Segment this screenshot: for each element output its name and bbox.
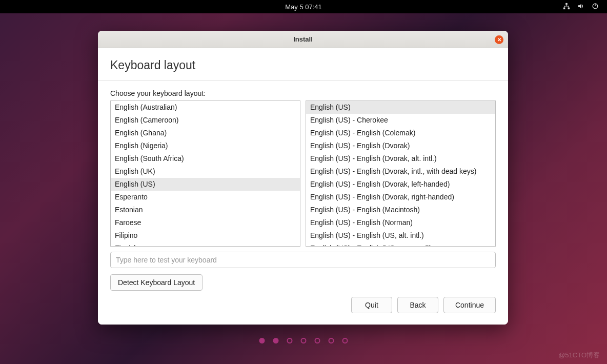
variant-item[interactable]: English (US) - English (Dvorak, intl., w… [306, 165, 495, 178]
system-tray [563, 3, 599, 11]
progress-dot [273, 338, 279, 343]
layout-item[interactable]: English (South Africa) [111, 152, 300, 165]
layout-item[interactable]: Esperanto [111, 191, 300, 204]
variant-item[interactable]: English (US) - English (US, alt. intl.) [306, 229, 495, 242]
variant-item[interactable]: English (US) [306, 101, 495, 114]
layout-item[interactable]: Finnish [111, 242, 300, 247]
progress-dot [287, 338, 293, 343]
variant-item[interactable]: English (US) - English (Dvorak) [306, 139, 495, 152]
back-button[interactable]: Back [397, 297, 438, 313]
svg-rect-0 [565, 3, 568, 5]
layout-item[interactable]: English (Ghana) [111, 127, 300, 139]
detect-keyboard-button[interactable]: Detect Keyboard Layout [110, 274, 203, 291]
variant-item[interactable]: English (US) - English (Dvorak, right-ha… [306, 191, 495, 204]
layout-lists: English (Australian)English (Cameroon)En… [98, 100, 508, 247]
quit-button[interactable]: Quit [351, 297, 392, 313]
watermark: @51CTO博客 [558, 351, 600, 360]
close-button[interactable]: ✕ [495, 35, 503, 44]
layout-item[interactable]: English (UK) [111, 165, 300, 178]
variant-item[interactable]: English (US) - English (Dvorak, left-han… [306, 178, 495, 191]
install-window: Install ✕ Keyboard layout Choose your ke… [98, 31, 508, 325]
variant-item[interactable]: English (US) - English (Norman) [306, 216, 495, 229]
layout-item[interactable]: English (US) [111, 178, 300, 191]
variant-item[interactable]: English (US) - English (Macintosh) [306, 204, 495, 216]
svg-rect-2 [568, 7, 570, 9]
continue-button[interactable]: Continue [443, 297, 496, 313]
window-title: Install [293, 35, 313, 43]
variant-list[interactable]: English (US)English (US) - CherokeeEngli… [306, 100, 496, 247]
layout-item[interactable]: Filipino [111, 229, 300, 242]
svg-rect-1 [563, 7, 565, 9]
volume-icon[interactable] [577, 3, 584, 11]
network-icon[interactable] [563, 3, 570, 11]
variant-item[interactable]: English (US) - Cherokee [306, 114, 495, 127]
installer-content: Keyboard layout Choose your keyboard lay… [98, 48, 508, 325]
progress-dot [301, 338, 307, 343]
power-icon[interactable] [592, 3, 599, 11]
progress-dot [259, 338, 265, 343]
choose-label: Choose your keyboard layout: [98, 81, 508, 100]
top-bar: May 5 07:41 [0, 0, 607, 13]
variant-item[interactable]: English (US) - English (Colemak) [306, 127, 495, 139]
progress-dot [315, 338, 320, 343]
layout-item[interactable]: English (Cameroon) [111, 114, 300, 127]
layout-item[interactable]: English (Australian) [111, 101, 300, 114]
navigation-buttons: Quit Back Continue [98, 297, 508, 325]
keyboard-test-input[interactable] [110, 252, 496, 268]
clock-text: May 5 07:41 [285, 3, 322, 11]
layout-item[interactable]: Estonian [111, 204, 300, 216]
window-titlebar[interactable]: Install ✕ [98, 31, 508, 48]
page-heading: Keyboard layout [98, 48, 508, 81]
variant-item[interactable]: English (US) - English (Dvorak, alt. int… [306, 152, 495, 165]
layout-item[interactable]: English (Nigeria) [111, 139, 300, 152]
progress-dot [329, 338, 334, 343]
layout-list[interactable]: English (Australian)English (Cameroon)En… [110, 100, 300, 247]
variant-item[interactable]: English (US) - English (US, euro on 5) [306, 242, 495, 247]
progress-dot [342, 338, 348, 343]
layout-item[interactable]: Faroese [111, 216, 300, 229]
progress-dots [259, 338, 348, 343]
